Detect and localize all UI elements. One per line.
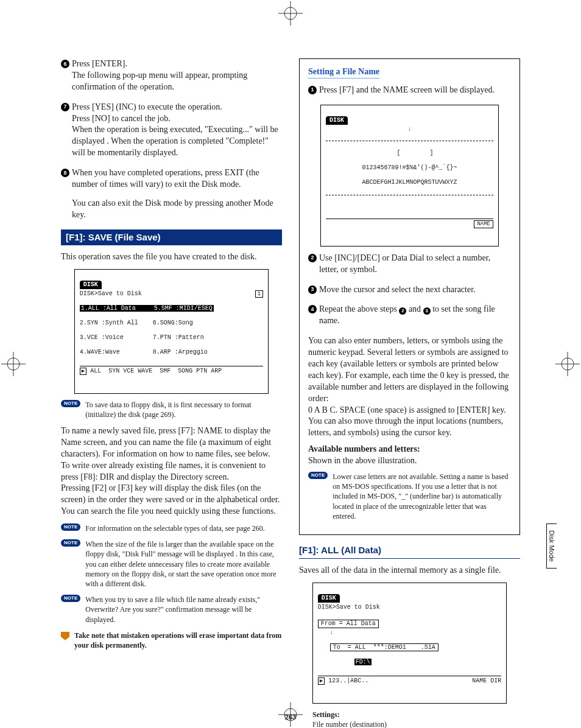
page-content: 6 Press [ENTER]. The following pop-up me…	[61, 58, 520, 728]
note-pill-icon: NOTE	[61, 400, 80, 407]
lcd-all-to: To = ALL ***:DEMO1 .S1A	[330, 643, 438, 651]
save-para2: To write over already existing file name…	[61, 460, 282, 483]
right-column: Setting a File Name 1 Press [F7] and the…	[299, 58, 520, 728]
lcd-name-button: NAME	[474, 220, 493, 228]
note-lowercase-text: Lower case letters are not available. Se…	[333, 472, 511, 521]
note-pill-icon: NOTE	[61, 595, 80, 602]
lcd-all-title: DISK>Save to Disk	[318, 604, 501, 611]
filename-box: Setting a File Name 1 Press [F7] and the…	[299, 58, 520, 535]
step-8-line1: When you have completed operations, pres…	[72, 167, 282, 191]
lcd-save-tab: DISK	[80, 281, 102, 289]
lcd-all-fd: FD:\	[354, 659, 371, 665]
step-7-line3: When the operation is being executed, "E…	[61, 124, 282, 159]
all-section-bar: [F1]: ALL (All Data)	[299, 545, 520, 559]
settings-line1: File number (destination)	[312, 719, 520, 728]
side-tab: Disk Mode	[546, 523, 557, 569]
name-step-3: 3 Move the cursor and select the next ch…	[308, 284, 511, 296]
lcd-all-tab: DISK	[318, 594, 340, 603]
lcd-save-row2: 2.SYN :Synth All 6.SONG:Song	[80, 320, 263, 327]
note-lowercase: NOTE Lower case letters are not availabl…	[308, 472, 511, 521]
note-format-text: To save data to floppy disk, it is first…	[85, 400, 282, 419]
warning-text: Take note that mistaken operations will …	[74, 631, 282, 650]
step-8-line2: You can also exit the Disk mode by press…	[61, 198, 282, 221]
warning-erase: Take note that mistaken operations will …	[61, 631, 282, 650]
ref-2-icon: 2	[399, 307, 406, 315]
lcd-save-screen: DISK DISK>Save to Disk 1 1.ALL :All Data…	[74, 269, 269, 394]
note-format: NOTE To save data to floppy disk, it is …	[61, 400, 282, 419]
step-7: 7 Press [YES] (INC) to execute the opera…	[61, 102, 282, 159]
available-body: Shown in the above illustration.	[308, 455, 511, 467]
lcd-save-row3: 3.VCE :Voice 7.PTN :Pattern	[80, 334, 263, 341]
note-types-text: For information on the selectable types …	[85, 523, 282, 533]
name-step-1: 1 Press [F7] and the NAME screen will be…	[308, 85, 511, 96]
settings-block: Settings: File number (destination) Devi…	[312, 710, 520, 728]
lcd-save-row1: 1.ALL :All Data 5.SMF :MIDI/ESEQ	[80, 305, 214, 312]
name-step-3-text: Move the cursor and select the next char…	[319, 284, 511, 296]
name-step-1-text: Press [F7] and the NAME screen will be d…	[319, 85, 511, 96]
filename-box-title: Setting a File Name	[308, 66, 379, 79]
lcd-name-arrow-icon: ↓	[326, 126, 493, 133]
bullet-1-icon: 1	[308, 86, 317, 94]
name-para2: 0 A B C. SPACE (one space) is assigned t…	[308, 405, 511, 439]
name-step-2-text: Use [INC]/[DEC] or Data Dial to select a…	[319, 253, 511, 276]
step-6-line2: The following pop-up menu will appear, p…	[61, 70, 282, 93]
note-diskfull: NOTE When the size of the file is larger…	[61, 539, 282, 589]
bullet-8-icon: 8	[61, 169, 69, 177]
lcd-save-footer: ALL SYN VCE WAVE SMF SONG PTN ARP	[90, 368, 222, 374]
settings-heading: Settings:	[312, 710, 520, 719]
lcd-all-screen: DISK DISK>Save to Disk From = All Data ↓…	[312, 583, 507, 704]
name-step-4: 4 Repeat the above steps 2 and 3 to set …	[308, 304, 511, 327]
note-pill-icon: NOTE	[61, 539, 80, 547]
step-7-line1: Press [YES] (INC) to execute the operati…	[72, 102, 282, 113]
bullet-4-icon: 4	[308, 305, 317, 313]
all-intro: Saves all of the data in the internal me…	[299, 565, 520, 576]
step-6-line1: Press [ENTER].	[72, 58, 282, 70]
note-pill-icon: NOTE	[308, 472, 328, 479]
step-6: 6 Press [ENTER]. The following pop-up me…	[61, 58, 282, 93]
lcd-save-row4: 4.WAVE:Wave 8.ARP :Arpeggio	[80, 349, 263, 356]
save-intro: This operation saves the file you have c…	[61, 251, 282, 263]
lcd-save-page: 1	[255, 290, 263, 298]
name-step-4-text: Repeat the above steps 2 and 3 to set th…	[319, 304, 511, 327]
lcd-name-screen: DISK ↓ [ ] 0123456789!#$%&'()-@^_`{}~ AB…	[320, 105, 499, 247]
lcd-save-title: DISK>Save to Disk	[80, 290, 142, 297]
step-8: 8 When you have completed operations, pr…	[61, 167, 282, 221]
bullet-2-icon: 2	[308, 254, 317, 262]
step-7-line2: Press [NO] to cancel the job.	[61, 113, 282, 125]
lcd-name-line1: 0123456789!#$%&'()-@^_`{}~	[326, 164, 493, 172]
lcd-all-footer-left: 123..|ABC..	[328, 677, 368, 684]
available-heading: Available numbers and letters:	[308, 444, 511, 455]
note-diskfull-text: When the size of the file is larger than…	[85, 539, 282, 589]
lcd-name-line2: ABCDEFGHIJKLMNOPQRSTUVWXYZ	[326, 179, 493, 186]
reg-mark-top	[278, 1, 303, 26]
name-para1: You can also enter numbers, letters, or …	[308, 335, 511, 404]
save-para1: To name a newly saved file, press [F7]: …	[61, 425, 282, 460]
page-number: 263	[285, 713, 296, 721]
bullet-6-icon: 6	[61, 60, 69, 68]
name-step-2: 2 Use [INC]/[DEC] or Data Dial to select…	[308, 253, 511, 276]
left-column: 6 Press [ENTER]. The following pop-up me…	[61, 58, 282, 728]
warning-icon	[61, 632, 69, 640]
save-para3: Pressing [F2] or [F3] key will display t…	[61, 483, 282, 517]
note-pill-icon: NOTE	[61, 523, 80, 531]
ref-3-icon: 3	[423, 307, 431, 315]
reg-mark-left	[1, 352, 26, 376]
bullet-7-icon: 7	[61, 103, 69, 111]
note-overwrite-text: When you try to save a file which file n…	[85, 595, 282, 625]
note-overwrite: NOTE When you try to save a file which f…	[61, 595, 282, 625]
lcd-all-from: From = All Data	[318, 620, 379, 628]
save-section-bar: [F1]: SAVE (File Save)	[61, 229, 282, 245]
lcd-name-tab: DISK	[326, 116, 348, 125]
reg-mark-right	[555, 352, 580, 376]
bullet-3-icon: 3	[308, 285, 317, 294]
lcd-all-footer-right: NAME DIR	[472, 677, 501, 685]
note-types: NOTE For information on the selectable t…	[61, 523, 282, 533]
